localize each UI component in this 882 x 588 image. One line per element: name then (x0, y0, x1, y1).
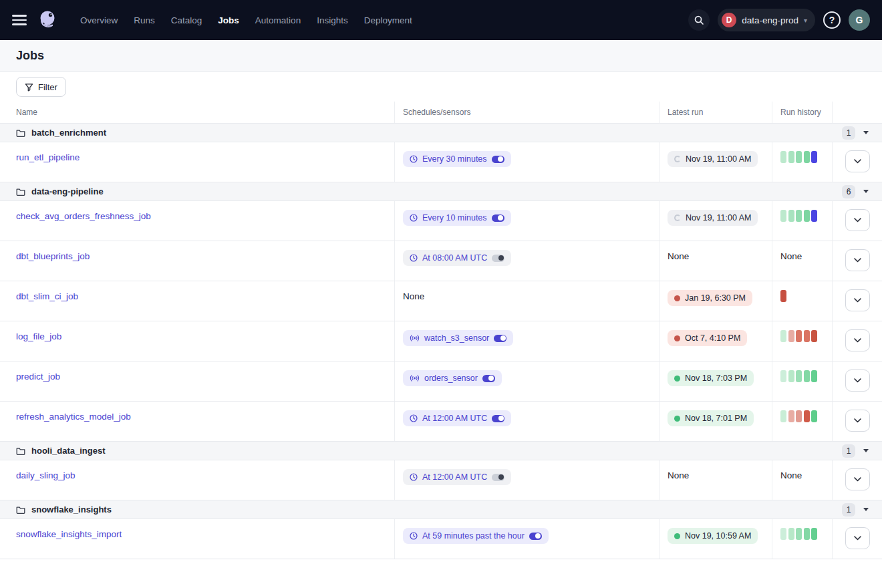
dagster-logo[interactable] (36, 8, 60, 32)
caret-down-icon[interactable] (863, 131, 869, 134)
run-chip[interactable] (804, 151, 810, 163)
run-chip[interactable] (780, 528, 786, 540)
expand-row-button[interactable] (845, 468, 870, 490)
run-chip[interactable] (788, 151, 794, 163)
run-chip[interactable] (796, 151, 802, 163)
schedule-badge[interactable]: At 12:00 AM UTC (403, 410, 511, 426)
hamburger-menu-icon[interactable] (12, 15, 27, 25)
schedule-toggle[interactable] (492, 474, 504, 481)
nav-item-deployment[interactable]: Deployment (357, 10, 419, 31)
run-chip[interactable] (796, 410, 802, 422)
schedule-toggle[interactable] (492, 214, 504, 222)
expand-row-button[interactable] (845, 150, 870, 172)
job-link[interactable]: dbt_slim_ci_job (16, 291, 78, 301)
question-mark-icon: ? (829, 15, 835, 25)
run-chip[interactable] (788, 330, 794, 342)
run-chip[interactable] (796, 528, 802, 540)
run-chip[interactable] (780, 290, 786, 302)
run-chip[interactable] (804, 370, 810, 382)
schedule-badge[interactable]: Every 30 minutes (403, 151, 511, 167)
latest-run-pill[interactable]: Jan 19, 6:30 PM (668, 290, 752, 306)
schedule-badge[interactable]: At 59 minutes past the hour (403, 528, 549, 544)
run-chip[interactable] (788, 410, 794, 422)
run-chip[interactable] (788, 528, 794, 540)
caret-down-icon[interactable] (863, 508, 869, 511)
expand-row-button[interactable] (845, 370, 870, 392)
group-row-batch-enrichment[interactable]: batch_enrichment 1 (0, 124, 882, 142)
job-row: dbt_blueprints_job At 08:00 AM UTC None … (0, 241, 882, 281)
sensor-badge[interactable]: watch_s3_sensor (403, 330, 513, 346)
avatar[interactable]: G (849, 9, 870, 31)
deployment-switcher[interactable]: D data-eng-prod ▾ (718, 9, 815, 31)
run-chip[interactable] (811, 528, 817, 540)
nav-item-insights[interactable]: Insights (310, 10, 355, 31)
run-chip[interactable] (811, 210, 817, 222)
nav-item-catalog[interactable]: Catalog (164, 10, 209, 31)
latest-run-pill[interactable]: Nov 18, 7:03 PM (668, 370, 754, 386)
job-link[interactable]: check_avg_orders_freshness_job (16, 211, 151, 221)
run-chip[interactable] (780, 210, 786, 222)
expand-row-button[interactable] (845, 410, 870, 432)
run-chip[interactable] (796, 330, 802, 342)
nav-item-overview[interactable]: Overview (74, 10, 124, 31)
job-link[interactable]: dbt_blueprints_job (16, 251, 90, 261)
help-button[interactable]: ? (823, 11, 841, 29)
expand-row-button[interactable] (845, 527, 870, 549)
schedule-toggle[interactable] (492, 255, 504, 262)
latest-run-pill[interactable]: Nov 19, 10:59 AM (668, 528, 758, 544)
expand-row-button[interactable] (845, 249, 870, 271)
schedule-toggle[interactable] (492, 156, 504, 163)
expand-row-button[interactable] (845, 289, 870, 311)
run-chip[interactable] (804, 330, 810, 342)
run-chip[interactable] (780, 410, 786, 422)
run-chip[interactable] (796, 370, 802, 382)
run-chip[interactable] (811, 330, 817, 342)
group-row-hooli-data-ingest[interactable]: hooli_data_ingest 1 (0, 442, 882, 460)
run-chip[interactable] (788, 210, 794, 222)
job-link[interactable]: refresh_analytics_model_job (16, 412, 131, 422)
top-nav: Overview Runs Catalog Jobs Automation In… (0, 0, 882, 40)
job-row: daily_sling_job At 12:00 AM UTC None Non… (0, 460, 882, 500)
schedule-badge[interactable]: At 08:00 AM UTC (403, 250, 511, 266)
latest-run-pill[interactable]: Nov 19, 11:00 AM (668, 151, 758, 167)
nav-item-automation[interactable]: Automation (249, 10, 307, 31)
run-chip[interactable] (811, 151, 817, 163)
job-link[interactable]: log_file_job (16, 331, 61, 341)
schedule-badge[interactable]: Every 10 minutes (403, 210, 511, 226)
latest-run-time: Nov 19, 10:59 AM (685, 531, 751, 541)
job-link[interactable]: snowflake_insights_import (16, 529, 122, 539)
run-chip[interactable] (788, 370, 794, 382)
schedule-badge[interactable]: At 12:00 AM UTC (403, 469, 511, 485)
latest-run-pill[interactable]: Nov 18, 7:01 PM (668, 410, 754, 426)
run-chip[interactable] (804, 410, 810, 422)
latest-run-pill[interactable]: Nov 19, 11:00 AM (668, 210, 758, 226)
latest-run-pill[interactable]: Oct 7, 4:10 PM (668, 330, 747, 346)
nav-item-runs[interactable]: Runs (127, 10, 162, 31)
run-chip[interactable] (780, 151, 786, 163)
group-row-data-eng-pipeline[interactable]: data-eng-pipeline 6 (0, 182, 882, 201)
run-chip[interactable] (780, 370, 786, 382)
schedule-toggle[interactable] (492, 415, 504, 422)
run-chip[interactable] (804, 528, 810, 540)
nav-item-jobs[interactable]: Jobs (211, 10, 246, 31)
job-link[interactable]: run_etl_pipeline (16, 152, 80, 162)
sensor-toggle[interactable] (482, 375, 495, 382)
search-button[interactable] (688, 9, 710, 31)
schedule-toggle[interactable] (529, 533, 542, 540)
expand-row-button[interactable] (845, 329, 870, 351)
run-chip[interactable] (796, 210, 802, 222)
sensor-badge[interactable]: orders_sensor (403, 370, 502, 386)
run-chip[interactable] (811, 410, 817, 422)
run-chip[interactable] (780, 330, 786, 342)
run-chip[interactable] (811, 370, 817, 382)
column-header-name: Name (0, 102, 394, 123)
expand-row-button[interactable] (845, 209, 870, 231)
sensor-toggle[interactable] (494, 335, 506, 342)
run-chip[interactable] (804, 210, 810, 222)
caret-down-icon[interactable] (863, 190, 869, 193)
group-row-snowflake-insights[interactable]: snowflake_insights 1 (0, 500, 882, 519)
caret-down-icon[interactable] (863, 449, 869, 452)
job-link[interactable]: predict_job (16, 372, 60, 382)
filter-button[interactable]: Filter (16, 77, 66, 97)
job-link[interactable]: daily_sling_job (16, 470, 76, 480)
